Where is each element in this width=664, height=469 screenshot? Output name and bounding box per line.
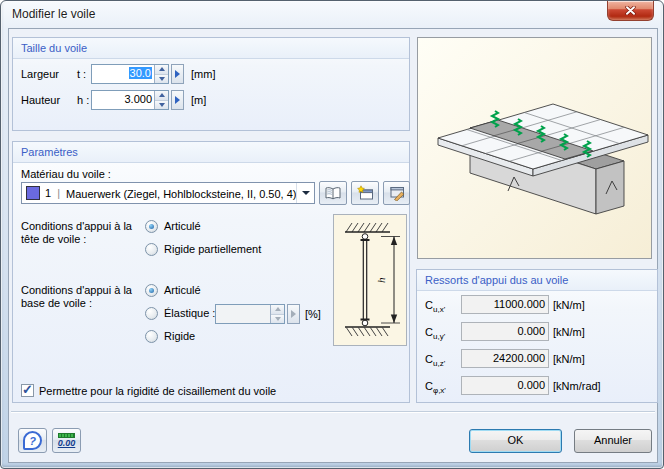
shear-stiffness-checkbox[interactable] <box>21 384 34 397</box>
units-settings-button[interactable]: 0.00 <box>52 428 81 453</box>
book-icon <box>324 186 342 201</box>
material-name: Mauerwerk (Ziegel, Hohlblocksteine, II, … <box>66 187 296 200</box>
column-diagram: h <box>333 214 407 346</box>
width-label: Largeur <box>21 68 59 81</box>
spin-down-icon[interactable] <box>275 317 281 321</box>
parameters-group-title: Paramètres <box>13 142 409 163</box>
radio-on-icon[interactable] <box>145 284 158 297</box>
footer-separator <box>11 411 655 413</box>
width-unit: [mm] <box>191 68 215 80</box>
radio-base-articule[interactable]: Articulé <box>145 284 201 297</box>
material-library-button[interactable] <box>319 181 347 205</box>
spin-up-icon[interactable] <box>159 67 165 71</box>
width-input[interactable]: 30.0 <box>91 64 169 84</box>
radio-top-rigide-partiellement[interactable]: Rigide partiellement <box>145 243 261 256</box>
spring-cphix-value: 0.000 <box>461 376 549 395</box>
shear-stiffness-label: Permettre pour la rigidité de cisailleme… <box>39 385 276 398</box>
material-edit-button[interactable] <box>383 181 410 205</box>
spring-cuy-unit: [kN/m] <box>553 326 585 338</box>
edit-material-icon <box>388 185 406 201</box>
close-icon <box>625 6 636 15</box>
height-unit: [m] <box>191 94 206 106</box>
spin-down-icon[interactable] <box>159 103 165 107</box>
width-symbol: t : <box>77 68 86 81</box>
help-icon: ? <box>23 431 42 450</box>
spring-cphix-unit: [kNm/rad] <box>553 380 601 392</box>
window-title: Modifier le voile <box>12 7 95 21</box>
elastic-value <box>216 305 270 323</box>
height-value: 3.000 <box>92 91 154 109</box>
wall-3d-image <box>418 38 651 258</box>
top-support-label: Conditions d'appui à la tête de voile : <box>21 220 139 246</box>
width-value: 30.0 <box>129 67 152 79</box>
dialog-window: Modifier le voile Taille du voile Largeu… <box>0 0 664 469</box>
material-label: Matériau du voile : <box>21 168 111 181</box>
material-new-button[interactable] <box>351 181 379 205</box>
radio-on-icon[interactable] <box>145 220 158 233</box>
spring-cux-unit: [kN/m] <box>553 299 585 311</box>
dimension-h-label: h <box>375 277 387 283</box>
radio-base-rigide[interactable]: Rigide <box>145 330 195 343</box>
expand-arrow-icon <box>175 96 180 104</box>
column-sketch-image: h <box>334 215 406 345</box>
height-input[interactable]: 3.000 <box>91 90 169 110</box>
combo-dropdown-zone[interactable] <box>296 183 314 203</box>
height-spinner[interactable] <box>154 91 168 109</box>
spring-cuz-value: 24200.000 <box>461 349 549 368</box>
units-icon: 0.00 <box>58 439 76 448</box>
spring-cuz-unit: [kN/m] <box>553 353 585 365</box>
close-button[interactable] <box>607 1 654 21</box>
spin-up-icon[interactable] <box>159 93 165 97</box>
radio-label: Articulé <box>164 284 201 296</box>
expand-arrow-icon <box>291 310 296 318</box>
width-spinner[interactable] <box>154 65 168 83</box>
width-detail-button[interactable] <box>171 64 184 84</box>
material-combobox[interactable]: 1 | Mauerwerk (Ziegel, Hohlblocksteine, … <box>21 182 315 204</box>
elastic-spinner[interactable] <box>270 305 284 323</box>
spring-cuz-label: Cu,z' <box>425 353 445 370</box>
radio-off-icon[interactable] <box>145 307 158 320</box>
spring-cuy-value: 0.000 <box>461 322 549 341</box>
springs-group: Ressorts d'appui dus au voile Cu,x' 1100… <box>416 269 658 403</box>
radio-top-articule[interactable]: Articulé <box>145 220 201 233</box>
cancel-button[interactable]: Annuler <box>574 429 652 453</box>
expand-arrow-icon <box>175 70 180 78</box>
height-detail-button[interactable] <box>171 90 184 110</box>
elastic-unit: [%] <box>305 308 321 320</box>
radio-off-icon[interactable] <box>145 330 158 343</box>
height-symbol: h : <box>77 94 89 107</box>
material-index: 1 <box>45 187 51 199</box>
springs-group-title: Ressorts d'appui dus au voile <box>417 270 657 291</box>
radio-label: Articulé <box>164 220 201 232</box>
base-support-label: Conditions d'appui à la base de voile : <box>21 284 139 310</box>
parameters-group: Paramètres Matériau du voile : 1 | Mauer… <box>12 141 410 403</box>
title-bar[interactable]: Modifier le voile <box>1 1 663 28</box>
size-group: Taille du voile Largeur t : 30.0 [mm] Ha… <box>12 37 410 131</box>
radio-label: Rigide <box>164 330 195 342</box>
radio-base-elastique[interactable]: Élastique : <box>145 307 215 320</box>
material-divider: | <box>57 187 60 199</box>
new-window-star-icon <box>356 185 374 201</box>
spin-down-icon[interactable] <box>159 77 165 81</box>
spring-cux-value: 11000.000 <box>461 295 549 314</box>
radio-label: Rigide partiellement <box>164 243 261 255</box>
ok-button[interactable]: OK <box>469 429 562 453</box>
spin-up-icon[interactable] <box>275 307 281 311</box>
wall-3d-preview <box>417 37 652 259</box>
spring-cux-label: Cu,x' <box>425 299 445 316</box>
elastic-detail-button[interactable] <box>287 304 300 324</box>
elastic-percentage-input[interactable] <box>215 304 285 324</box>
material-color-swatch <box>26 186 40 200</box>
chevron-down-icon <box>302 191 310 195</box>
spring-cphix-label: Cφ,x' <box>425 380 446 397</box>
height-label: Hauteur <box>21 94 60 107</box>
dialog-body: Taille du voile Largeur t : 30.0 [mm] Ha… <box>8 28 658 463</box>
radio-off-icon[interactable] <box>145 243 158 256</box>
size-group-title: Taille du voile <box>13 38 409 59</box>
spring-cuy-label: Cu,y' <box>425 326 445 343</box>
help-button[interactable]: ? <box>18 428 47 453</box>
radio-label: Élastique : <box>164 307 215 319</box>
